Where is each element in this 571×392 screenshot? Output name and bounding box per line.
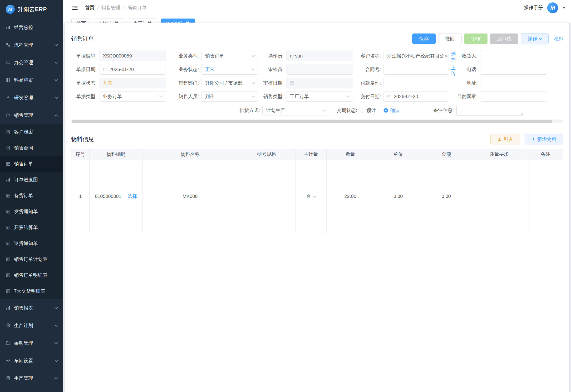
- radio-confirmed[interactable]: 确认: [384, 107, 400, 113]
- sidebar-item-rd-mgmt[interactable]: 研发管理: [0, 89, 63, 106]
- cell-unit[interactable]: 台: [296, 160, 327, 233]
- menu-collapse-icon[interactable]: [72, 5, 78, 11]
- user-menu-caret-icon[interactable]: [562, 7, 566, 9]
- dest-country-input[interactable]: [480, 91, 547, 102]
- supply-mode-select[interactable]: 计划生产: [262, 105, 329, 115]
- tab-label: 首页: [76, 20, 86, 23]
- chevron-up-icon: [55, 114, 58, 118]
- import-button[interactable]: 引入: [490, 134, 520, 144]
- salesperson-select[interactable]: 刘伟: [201, 91, 258, 102]
- breadcrumb-home[interactable]: 首页: [85, 4, 94, 11]
- sidebar-item-label: 办公管理: [14, 59, 33, 66]
- sidebar-item-sales-contract[interactable]: 销售合同: [0, 140, 63, 156]
- audit-button: 审核: [464, 33, 487, 44]
- sidebar-item-customer-archive[interactable]: 客户档案: [0, 124, 63, 140]
- cell-price[interactable]: 0.00: [374, 160, 422, 233]
- sidebar-item-label: 流程管理: [14, 42, 33, 48]
- phone-input[interactable]: [480, 64, 547, 75]
- sidebar-item-return-notice[interactable]: 退货通知单: [0, 236, 63, 251]
- main-area: 首页 / 销售管理 / 编辑订单 操作手册 M 首页 销售订单 查看订单 编辑订…: [63, 0, 571, 392]
- biz-type-select[interactable]: 销售订单: [201, 51, 258, 61]
- operator-value: njrsun: [290, 53, 303, 59]
- payment-terms-input[interactable]: [384, 78, 449, 88]
- sales-type-select[interactable]: 工厂订单: [286, 91, 353, 102]
- sidebar-item-sales-mgmt[interactable]: 销售管理: [0, 106, 63, 124]
- customer-input[interactable]: 浙江裕兴不动产经纪有限公司: [384, 51, 449, 61]
- sidebar-item-process-mgmt[interactable]: 流程管理: [0, 36, 63, 54]
- sidebar-item-order-detail-report[interactable]: 销售订单明细表: [0, 267, 63, 283]
- action-dropdown-button[interactable]: 操作: [521, 33, 549, 44]
- save-button[interactable]: 保存: [412, 33, 436, 44]
- cell-material-name[interactable]: MK008: [143, 160, 238, 233]
- cell-spec[interactable]: [238, 160, 296, 233]
- audit-date-input: [286, 78, 353, 88]
- sidebar-item-workshop-settings[interactable]: 车间设置: [0, 352, 63, 369]
- customer-upload-link[interactable]: 上传: [450, 65, 456, 76]
- cell-quality[interactable]: [470, 160, 528, 233]
- user-avatar[interactable]: M: [547, 2, 558, 13]
- breadcrumb-sales-mgmt[interactable]: 销售管理: [102, 4, 121, 11]
- materials-table: 序号 物料编码 物料名称 型号规格 主计量 数量 单价 金额 质量要求 备注 1: [71, 149, 563, 233]
- columns-icon: [6, 289, 11, 294]
- collapse-link[interactable]: 收起: [554, 36, 563, 42]
- chevron-down-icon: [252, 94, 255, 98]
- action-label: 操作: [528, 36, 537, 42]
- document-icon: [6, 130, 11, 134]
- doc-date-input[interactable]: 2026-01-20: [99, 64, 166, 75]
- tab-label: 销售订单: [100, 20, 119, 23]
- bar-chart-icon: [6, 306, 11, 310]
- sidebar-item-7day-delivery-report[interactable]: 7天交货明细表: [0, 283, 63, 299]
- sidebar-item-outsourcing-mgmt[interactable]: 委外管理: [0, 387, 63, 392]
- sidebar-item-purchase-mgmt[interactable]: 采购管理: [0, 334, 63, 352]
- sidebar-item-sales-report[interactable]: 销售报表: [0, 299, 63, 317]
- sidebar: M 升阳云ERP 经营总控 流程管理 办公管理 料品档案 研发管理 销售管理 客…: [0, 0, 63, 392]
- tab-home[interactable]: 首页: [71, 18, 91, 23]
- sidebar-item-order-plan-report[interactable]: 销售订单计划表: [0, 251, 63, 267]
- cell-remark[interactable]: [528, 160, 563, 233]
- sidebar-item-stock-order[interactable]: 备货订单: [0, 188, 63, 204]
- sidebar-item-business-control[interactable]: 经营总控: [0, 18, 63, 36]
- biz-status-select[interactable]: 正常: [201, 64, 258, 75]
- sidebar-item-production-mgmt[interactable]: 生产管理: [0, 369, 63, 387]
- field-label: 操作员:: [258, 53, 286, 59]
- scrollbar-thumb[interactable]: [72, 120, 552, 123]
- tab-view-order[interactable]: 查看订单: [128, 18, 157, 23]
- customer-select-link[interactable]: 选择: [450, 51, 456, 62]
- sidebar-item-order-progress-chart[interactable]: 订单进度图: [0, 172, 63, 188]
- radio-estimated[interactable]: 预计: [360, 107, 376, 113]
- tab-edit-order[interactable]: 编辑订单: [161, 18, 195, 23]
- flag-icon: [6, 95, 11, 100]
- field-label: 合同号:: [353, 66, 384, 73]
- sidebar-item-invoice-settlement[interactable]: 开票结算单: [0, 220, 63, 236]
- remark-textarea[interactable]: [456, 105, 523, 116]
- col-material-code: 物料编码: [90, 149, 143, 160]
- chevron-down-icon: [252, 54, 255, 57]
- col-seq: 序号: [71, 149, 90, 160]
- chevron-down-icon: [55, 376, 58, 379]
- field-label: 单据日期:: [71, 66, 99, 73]
- cell-amount: 0.00: [422, 160, 470, 233]
- cell-qty[interactable]: 22.00: [327, 160, 374, 233]
- sidebar-item-label: 订单进度图: [14, 177, 38, 183]
- sidebar-item-label: 7天交货明细表: [14, 288, 45, 294]
- sidebar-item-label: 客户档案: [14, 129, 33, 135]
- material-code-value[interactable]: 0105000001: [95, 194, 121, 199]
- sidebar-item-material-archive[interactable]: 料品档案: [0, 71, 63, 89]
- sidebar-item-office-mgmt[interactable]: 办公管理: [0, 54, 63, 71]
- sidebar-item-shipping-notice[interactable]: 发货通知单: [0, 204, 63, 220]
- sidebar-item-label: 车间设置: [14, 358, 33, 364]
- gear-icon: [6, 358, 11, 363]
- operation-manual-link[interactable]: 操作手册: [524, 4, 543, 11]
- address-input[interactable]: [480, 78, 547, 88]
- contract-no-input[interactable]: [384, 64, 449, 75]
- sidebar-item-sales-order[interactable]: 销售订单: [0, 156, 63, 172]
- consignee-input[interactable]: [480, 51, 547, 61]
- delivery-date-input[interactable]: 2026-01-20: [384, 91, 449, 102]
- doc-type-select[interactable]: 业务订单: [99, 91, 166, 102]
- tab-sales-order[interactable]: 销售订单: [95, 18, 124, 23]
- withdraw-button[interactable]: 撤回: [438, 33, 462, 44]
- sidebar-item-production-plan[interactable]: 生产计划: [0, 317, 63, 334]
- add-material-button[interactable]: + 新增物料: [525, 134, 563, 144]
- sales-dept-select[interactable]: 升阳公司 / 市场部: [201, 78, 258, 88]
- material-select-link[interactable]: 选择: [128, 193, 137, 200]
